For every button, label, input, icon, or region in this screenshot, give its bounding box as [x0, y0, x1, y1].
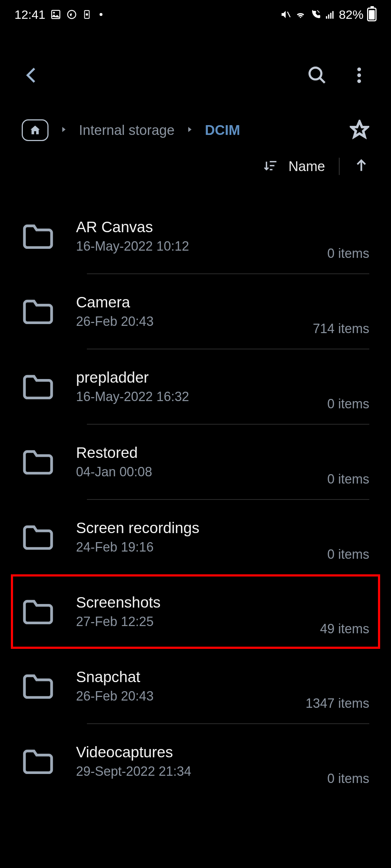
folder-row[interactable]: Screen recordings24-Feb 19:160 items: [0, 500, 391, 574]
folder-count: 49 items: [320, 621, 369, 637]
svg-marker-15: [62, 127, 66, 132]
folder-info: Camera26-Feb 20:43: [76, 294, 313, 329]
sort-direction-button[interactable]: [353, 158, 369, 175]
folder-row[interactable]: Restored04-Jan 00:080 items: [0, 425, 391, 499]
folder-icon: [22, 374, 54, 400]
folder-date: 24-Feb 19:16: [76, 540, 327, 555]
folder-row[interactable]: prepladder16-May-2022 16:320 items: [0, 349, 391, 424]
favorite-button[interactable]: [350, 120, 369, 141]
folder-info: Restored04-Jan 00:08: [76, 444, 327, 480]
folder-count: 0 items: [327, 246, 369, 261]
svg-rect-6: [326, 16, 327, 19]
svg-rect-7: [328, 14, 329, 19]
folder-row[interactable]: Snapchat26-Feb 20:431347 items: [0, 649, 391, 723]
folder-icon: [22, 524, 54, 550]
folder-count: 714 items: [313, 321, 369, 336]
gallery-icon: [50, 9, 61, 20]
folder-icon: [22, 748, 54, 774]
folder-info: AR Canvas16-May-2022 10:12: [76, 218, 327, 254]
storage-icon: [82, 9, 92, 20]
folder-date: 26-Feb 20:43: [76, 314, 313, 329]
svg-point-14: [357, 79, 361, 83]
status-bar: 12:41 82%: [0, 0, 391, 29]
battery-icon: [367, 8, 377, 21]
folder-date: 16-May-2022 16:32: [76, 389, 327, 404]
breadcrumb-level1[interactable]: Internal storage: [79, 123, 175, 138]
folder-icon: [22, 599, 54, 625]
folder-icon: [22, 673, 54, 699]
search-button[interactable]: [307, 65, 327, 87]
folder-row[interactable]: AR Canvas16-May-2022 10:120 items: [0, 199, 391, 273]
status-right: 82%: [280, 8, 377, 22]
folder-date: 29-Sept-2022 21:34: [76, 764, 327, 779]
folder-count: 0 items: [327, 771, 369, 786]
folder-icon: [22, 298, 54, 324]
status-left: 12:41: [14, 8, 102, 22]
svg-line-5: [287, 12, 290, 17]
folder-info: prepladder16-May-2022 16:32: [76, 369, 327, 404]
svg-point-1: [53, 12, 55, 14]
svg-point-4: [86, 13, 88, 16]
folder-list: AR Canvas16-May-2022 10:120 itemsCamera2…: [0, 199, 391, 799]
wifi-icon: [295, 9, 306, 20]
folder-date: 26-Feb 20:43: [76, 689, 306, 704]
folder-name: prepladder: [76, 369, 327, 386]
sort-row: Name: [0, 148, 391, 184]
home-crumb[interactable]: [22, 119, 49, 141]
status-battery-text: 82%: [339, 8, 363, 22]
folder-count: 0 items: [327, 396, 369, 412]
folder-name: Restored: [76, 444, 327, 461]
svg-rect-8: [330, 13, 332, 18]
back-button[interactable]: [22, 65, 42, 87]
whatsapp-icon: [66, 9, 77, 20]
status-time: 12:41: [14, 8, 45, 22]
folder-name: AR Canvas: [76, 218, 327, 236]
folder-date: 27-Feb 12:25: [76, 614, 320, 629]
folder-count: 0 items: [327, 472, 369, 487]
svg-marker-17: [352, 122, 368, 137]
svg-rect-9: [332, 11, 334, 19]
folder-row[interactable]: Camera26-Feb 20:43714 items: [0, 274, 391, 349]
folder-info: Snapchat26-Feb 20:43: [76, 668, 306, 704]
sort-label[interactable]: Name: [289, 159, 325, 174]
folder-name: Screenshots: [76, 594, 320, 611]
svg-point-10: [310, 68, 321, 80]
folder-icon: [22, 449, 54, 475]
folder-date: 04-Jan 00:08: [76, 464, 327, 480]
home-icon: [29, 124, 41, 136]
folder-row[interactable]: Screenshots27-Feb 12:2549 items: [11, 574, 380, 649]
folder-name: Snapchat: [76, 668, 306, 686]
dot-icon: [100, 13, 102, 16]
folder-name: Screen recordings: [76, 519, 327, 537]
folder-count: 0 items: [327, 547, 369, 562]
chevron-right-icon: [59, 125, 68, 135]
folder-name: Camera: [76, 294, 313, 311]
folder-info: Videocaptures29-Sept-2022 21:34: [76, 744, 327, 779]
svg-point-13: [357, 73, 361, 77]
breadcrumb: Internal storage DCIM: [0, 112, 391, 148]
svg-marker-16: [188, 127, 192, 132]
sort-divider: [339, 158, 340, 175]
app-bar: [0, 51, 391, 101]
more-button[interactable]: [349, 65, 369, 87]
svg-point-12: [357, 68, 361, 71]
folder-date: 16-May-2022 10:12: [76, 239, 327, 254]
folder-info: Screenshots27-Feb 12:25: [76, 594, 320, 629]
mute-icon: [280, 9, 291, 20]
folder-icon: [22, 223, 54, 249]
folder-count: 1347 items: [306, 696, 369, 711]
folder-info: Screen recordings24-Feb 19:16: [76, 519, 327, 555]
breadcrumb-current[interactable]: DCIM: [205, 123, 240, 138]
svg-line-11: [320, 78, 325, 83]
sort-icon[interactable]: [262, 158, 278, 175]
folder-name: Videocaptures: [76, 744, 327, 761]
wifi-call-icon: [310, 9, 321, 20]
chevron-right-icon: [185, 125, 194, 135]
signal-icon: [325, 9, 335, 20]
folder-row[interactable]: Videocaptures29-Sept-2022 21:340 items: [0, 724, 391, 799]
